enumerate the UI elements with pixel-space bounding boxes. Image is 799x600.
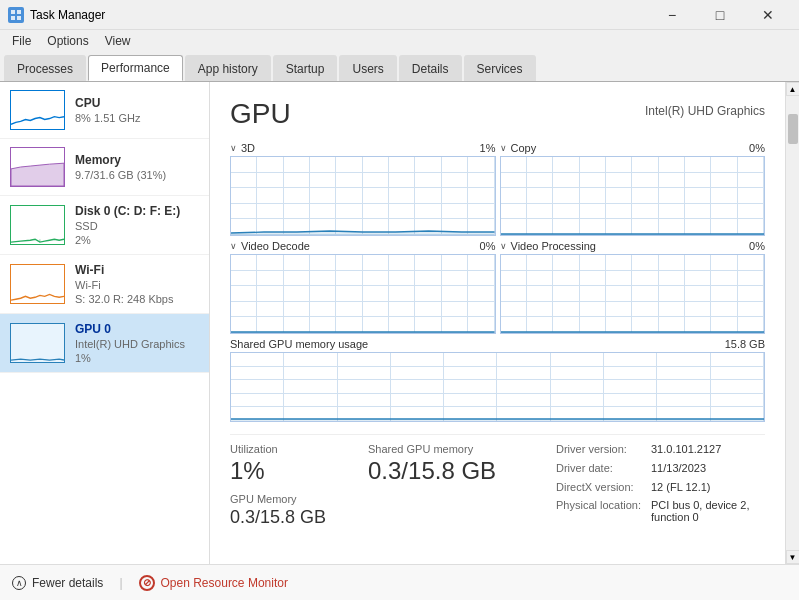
gpu-sub1: Intel(R) UHD Graphics [75,338,199,350]
sidebar-item-gpu[interactable]: GPU 0 Intel(R) UHD Graphics 1% [0,314,209,373]
gpu-sub2: 1% [75,352,199,364]
main-content: CPU 8% 1.51 GHz Memory 9.7/31.6 GB (31%) [0,82,799,564]
chart-3d-box [230,156,496,236]
sidebar-item-disk[interactable]: Disk 0 (C: D: F: E:) SSD 2% [0,196,209,255]
memory-graph [10,147,65,187]
chevron-up-icon: ∧ [12,576,26,590]
close-button[interactable]: ✕ [745,0,791,30]
title-bar: Task Manager − □ ✕ [0,0,799,30]
resource-monitor-link[interactable]: ⊘ Open Resource Monitor [139,575,288,591]
menu-options[interactable]: Options [39,32,96,50]
sidebar-item-cpu[interactable]: CPU 8% 1.51 GHz [0,82,209,139]
svg-marker-10 [231,419,764,421]
chart-video-decode-label: ∨ Video Decode 0% [230,240,496,252]
svg-rect-1 [17,10,21,14]
svg-marker-8 [231,332,495,333]
driver-date-value: 11/13/2023 [651,462,765,479]
chart-copy: ∨ Copy 0% [500,142,766,236]
utilization-stat: Utilization 1% GPU Memory 0.3/15.8 GB [230,443,360,528]
cpu-graph [10,90,65,130]
menu-view[interactable]: View [97,32,139,50]
svg-rect-3 [17,16,21,20]
wifi-title: Wi-Fi [75,263,199,277]
cpu-sub: 8% 1.51 GHz [75,112,199,124]
sidebar-item-wifi[interactable]: Wi-Fi Wi-Fi S: 32.0 R: 248 Kbps [0,255,209,314]
resource-monitor-icon: ⊘ [139,575,155,591]
fewer-details-label: Fewer details [32,576,103,590]
tab-users[interactable]: Users [339,55,396,81]
location-value: PCI bus 0, device 2, function 0 [651,499,765,528]
stats-section: Utilization 1% GPU Memory 0.3/15.8 GB Sh… [230,434,765,528]
footer-divider: | [119,576,122,590]
charts-grid: ∨ 3D 1% [230,142,765,334]
driver-date-label: Driver date: [556,462,641,479]
disk-sub2: 2% [75,234,199,246]
minimize-button[interactable]: − [649,0,695,30]
utilization-value: 1% [230,457,360,485]
cpu-title: CPU [75,96,199,110]
chart-video-decode-box [230,254,496,334]
scrollbar-thumb[interactable] [788,114,798,144]
disk-info: Disk 0 (C: D: F: E:) SSD 2% [75,204,199,246]
tab-app-history[interactable]: App history [185,55,271,81]
chart-video-processing-label: ∨ Video Processing 0% [500,240,766,252]
tab-startup[interactable]: Startup [273,55,338,81]
chart-copy-box [500,156,766,236]
disk-sub1: SSD [75,220,199,232]
svg-marker-7 [501,234,765,235]
chart-3d-label: ∨ 3D 1% [230,142,496,154]
resource-monitor-label: Open Resource Monitor [161,576,288,590]
driver-version-label: Driver version: [556,443,641,460]
maximize-button[interactable]: □ [697,0,743,30]
tab-performance[interactable]: Performance [88,55,183,81]
title-bar-controls: − □ ✕ [649,0,791,30]
scroll-up-button[interactable]: ▲ [786,82,800,96]
panel-title: GPU [230,98,291,130]
menu-file[interactable]: File [4,32,39,50]
shared-mem-stat-value: 0.3/15.8 GB [368,457,548,485]
driver-version-value: 31.0.101.2127 [651,443,765,460]
panel-header: GPU Intel(R) UHD Graphics [230,98,765,130]
gpu-mem-value: 0.3/15.8 GB [230,507,360,528]
svg-rect-0 [11,10,15,14]
menu-bar: File Options View [0,30,799,52]
shared-mem-label: Shared GPU memory usage 15.8 GB [230,338,765,350]
wifi-graph [10,264,65,304]
fewer-details-button[interactable]: ∧ Fewer details [12,576,103,590]
tab-details[interactable]: Details [399,55,462,81]
sidebar: CPU 8% 1.51 GHz Memory 9.7/31.6 GB (31%) [0,82,210,564]
disk-title: Disk 0 (C: D: F: E:) [75,204,199,218]
memory-info: Memory 9.7/31.6 GB (31%) [75,153,199,181]
svg-marker-4 [11,163,64,186]
shared-mem-chart [230,352,765,422]
shared-mem-stat: Shared GPU memory 0.3/15.8 GB [368,443,548,528]
app-icon [8,7,24,23]
shared-mem-stat-label: Shared GPU memory [368,443,548,455]
title-bar-title: Task Manager [30,8,105,22]
gpu-mem-label: GPU Memory [230,493,360,505]
memory-title: Memory [75,153,199,167]
memory-sub: 9.7/31.6 GB (31%) [75,169,199,181]
tab-processes[interactable]: Processes [4,55,86,81]
shared-mem-section: Shared GPU memory usage 15.8 GB [230,338,765,422]
chart-video-processing: ∨ Video Processing 0% [500,240,766,334]
driver-info: Driver version: 31.0.101.2127 Driver dat… [556,443,765,528]
wifi-sub2: S: 32.0 R: 248 Kbps [75,293,199,305]
scroll-down-button[interactable]: ▼ [786,550,800,564]
disk-graph [10,205,65,245]
gpu-info: GPU 0 Intel(R) UHD Graphics 1% [75,322,199,364]
location-label: Physical location: [556,499,641,528]
directx-label: DirectX version: [556,481,641,498]
tab-bar: Processes Performance App history Startu… [0,52,799,82]
utilization-label: Utilization [230,443,360,455]
gpu-title: GPU 0 [75,322,199,336]
cpu-info: CPU 8% 1.51 GHz [75,96,199,124]
scrollbar[interactable]: ▲ ▼ [785,82,799,564]
sidebar-item-memory[interactable]: Memory 9.7/31.6 GB (31%) [0,139,209,196]
svg-rect-2 [11,16,15,20]
gpu-graph [10,323,65,363]
gpu-panel: GPU Intel(R) UHD Graphics ∨ 3D 1% [210,82,785,564]
wifi-sub1: Wi-Fi [75,279,199,291]
directx-value: 12 (FL 12.1) [651,481,765,498]
tab-services[interactable]: Services [464,55,536,81]
